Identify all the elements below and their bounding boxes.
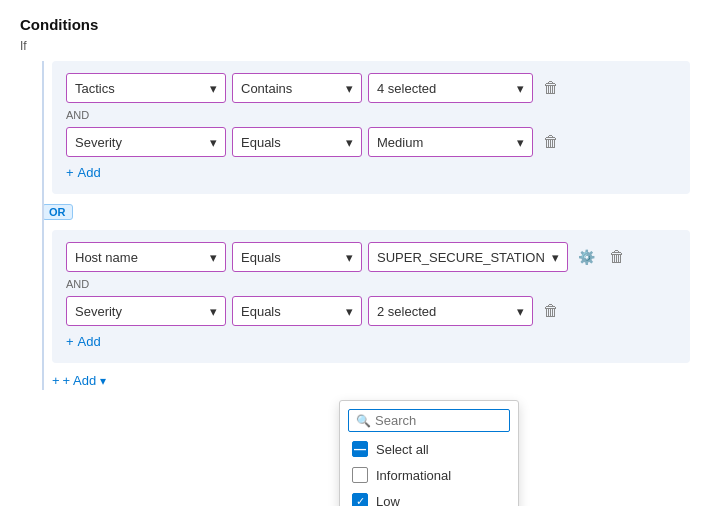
page-title: Conditions xyxy=(20,16,690,33)
conditions-panel: Conditions If Tactics ▾ Contains ▾ 4 sel… xyxy=(0,0,710,406)
operator-dropdown-1-1[interactable]: Contains ▾ xyxy=(232,73,362,103)
condition-group-1: Tactics ▾ Contains ▾ 4 selected ▾ 🗑 AND xyxy=(52,61,690,194)
delete-button-1-1[interactable]: 🗑 xyxy=(539,75,563,101)
value-dropdown-2-2[interactable]: 2 selected ▾ xyxy=(368,296,533,326)
operator-dropdown-1-2[interactable]: Equals ▾ xyxy=(232,127,362,157)
field-dropdown-1-1[interactable]: Tactics ▾ xyxy=(66,73,226,103)
option-select-all[interactable]: — Select all xyxy=(340,436,518,462)
chevron-down-icon: ▾ xyxy=(346,250,353,265)
chevron-down-icon: ▾ xyxy=(100,374,106,388)
option-label-informational: Informational xyxy=(376,468,451,483)
operator-dropdown-2-2[interactable]: Equals ▾ xyxy=(232,296,362,326)
chevron-down-icon: ▾ xyxy=(210,135,217,150)
add-outer-row: + + Add ▾ xyxy=(52,371,690,390)
add-condition-2-button[interactable]: + Add xyxy=(66,332,101,351)
checkbox-select-all[interactable]: — xyxy=(352,441,368,457)
partial-mark: — xyxy=(354,443,366,455)
settings-button-2-1[interactable]: ⚙️ xyxy=(574,245,599,269)
option-label-low: Low xyxy=(376,494,400,507)
operator-dropdown-2-1[interactable]: Equals ▾ xyxy=(232,242,362,272)
search-box[interactable]: 🔍 xyxy=(348,409,510,432)
delete-button-2-2[interactable]: 🗑 xyxy=(539,298,563,324)
field-dropdown-2-2[interactable]: Severity ▾ xyxy=(66,296,226,326)
option-low[interactable]: ✓ Low xyxy=(340,488,518,506)
checkbox-informational[interactable] xyxy=(352,467,368,483)
plus-icon: + xyxy=(66,165,74,180)
option-informational[interactable]: Informational xyxy=(340,462,518,488)
chevron-down-icon: ▾ xyxy=(210,250,217,265)
chevron-down-icon: ▾ xyxy=(517,135,524,150)
and-label-1: AND xyxy=(66,109,676,121)
chevron-down-icon: ▾ xyxy=(517,81,524,96)
and-label-2: AND xyxy=(66,278,676,290)
add-condition-1-button[interactable]: + Add xyxy=(66,163,101,182)
search-icon: 🔍 xyxy=(356,414,371,428)
connector-bar xyxy=(42,61,44,390)
delete-button-1-2[interactable]: 🗑 xyxy=(539,129,563,155)
settings-icon: ⚙️ xyxy=(578,249,595,265)
chevron-down-icon: ▾ xyxy=(346,135,353,150)
chevron-down-icon: ▾ xyxy=(517,304,524,319)
delete-button-2-1[interactable]: 🗑 xyxy=(605,244,629,270)
trash-icon: 🗑 xyxy=(609,248,625,266)
value-dropdown-2-1[interactable]: SUPER_SECURE_STATION ▾ xyxy=(368,242,568,272)
chevron-down-icon: ▾ xyxy=(346,304,353,319)
or-badge: OR xyxy=(42,204,73,220)
value-dropdown-1-1[interactable]: 4 selected ▾ xyxy=(368,73,533,103)
option-label-select-all: Select all xyxy=(376,442,429,457)
if-label: If xyxy=(20,39,690,53)
plus-icon: + xyxy=(52,373,60,388)
value-dropdown-1-2[interactable]: Medium ▾ xyxy=(368,127,533,157)
chevron-down-icon: ▾ xyxy=(552,250,559,265)
trash-icon: 🗑 xyxy=(543,302,559,320)
condition-row-2-2: Severity ▾ Equals ▾ 2 selected ▾ 🗑 xyxy=(66,296,676,326)
condition-row-2-1: Host name ▾ Equals ▾ SUPER_SECURE_STATIO… xyxy=(66,242,676,272)
field-dropdown-1-2[interactable]: Severity ▾ xyxy=(66,127,226,157)
chevron-down-icon: ▾ xyxy=(346,81,353,96)
search-input[interactable] xyxy=(375,413,502,428)
field-dropdown-2-1[interactable]: Host name ▾ xyxy=(66,242,226,272)
plus-icon: + xyxy=(66,334,74,349)
add-group-button[interactable]: + + Add xyxy=(52,371,96,390)
chevron-down-icon: ▾ xyxy=(210,81,217,96)
condition-row-1-2: Severity ▾ Equals ▾ Medium ▾ 🗑 xyxy=(66,127,676,157)
condition-row-1-1: Tactics ▾ Contains ▾ 4 selected ▾ 🗑 xyxy=(66,73,676,103)
chevron-down-icon: ▾ xyxy=(210,304,217,319)
checkbox-low[interactable]: ✓ xyxy=(352,493,368,506)
trash-icon: 🗑 xyxy=(543,133,559,151)
trash-icon: 🗑 xyxy=(543,79,559,97)
check-icon: ✓ xyxy=(356,496,365,507)
severity-dropdown-popup: 🔍 — Select all Informational ✓ xyxy=(339,400,519,506)
condition-group-2: Host name ▾ Equals ▾ SUPER_SECURE_STATIO… xyxy=(52,230,690,363)
